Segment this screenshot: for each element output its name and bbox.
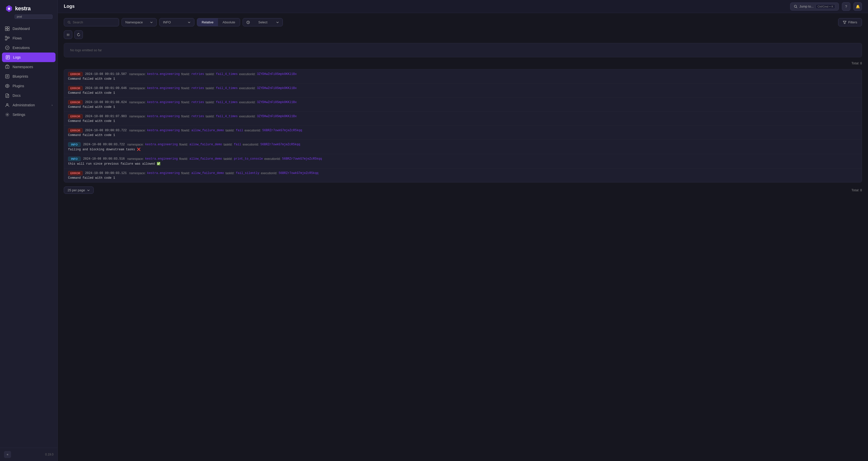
sidebar-item-namespaces-label: Namespaces xyxy=(12,65,33,69)
filters-label: Filters xyxy=(848,20,857,24)
namespace-dropdown[interactable]: Namespace xyxy=(122,18,157,26)
log-meta: namespace: kestra.engineering flowId: al… xyxy=(129,171,318,175)
level-dropdown[interactable]: INFO xyxy=(159,18,194,26)
svg-rect-6 xyxy=(7,29,9,31)
log-level-badge: ERROR xyxy=(68,72,83,77)
total-count-bottom: Total: 8 xyxy=(851,188,862,192)
administration-icon xyxy=(5,103,9,107)
per-page-label: 25 per page xyxy=(68,188,85,192)
svg-rect-3 xyxy=(5,27,7,28)
log-meta: namespace: kestra.engineering flowId: re… xyxy=(129,115,297,118)
svg-line-30 xyxy=(796,7,797,8)
select-dropdown[interactable]: Select xyxy=(243,18,283,26)
env-badge: prod xyxy=(14,15,53,19)
log-meta: namespace: kestra.engineering flowId: al… xyxy=(129,129,302,132)
second-toolbar xyxy=(64,30,862,39)
sidebar-item-flows-label: Flows xyxy=(12,36,22,40)
log-row: ERROR 2024-10-08 09:00:03.722 namespace:… xyxy=(64,126,862,140)
log-message: Command failed with code 1 xyxy=(68,119,858,123)
log-timestamp: 2024-10-08 09:01:08.624 xyxy=(85,100,127,104)
refresh-icon xyxy=(77,33,81,36)
svg-rect-4 xyxy=(7,27,9,28)
empty-log-message: No logs emitted so far xyxy=(70,48,102,52)
svg-marker-34 xyxy=(843,21,846,24)
log-message: Command failed with code 1 xyxy=(68,105,858,109)
log-meta: namespace: kestra.engineering flowId: re… xyxy=(129,73,297,76)
clock-icon xyxy=(246,21,250,24)
log-row-top-0: ERROR 2024-10-08 09:01:10.587 namespace:… xyxy=(68,72,858,77)
log-row: INFO 2024-10-08 09:00:03.516 namespace: … xyxy=(64,154,862,168)
sidebar-item-executions[interactable]: Executions xyxy=(0,43,58,53)
time-relative-button[interactable]: Relative xyxy=(197,18,218,26)
svg-point-24 xyxy=(7,85,8,87)
help-button[interactable]: ? xyxy=(842,2,850,11)
executions-icon xyxy=(5,46,9,50)
chevron-down-icon-3 xyxy=(276,21,279,24)
search-input[interactable] xyxy=(72,20,115,24)
logs-icon xyxy=(5,55,10,60)
log-timestamp: 2024-10-08 09:01:10.587 xyxy=(85,73,127,76)
log-timestamp: 2024-10-08 09:00:03.722 xyxy=(83,143,125,146)
search-icon xyxy=(794,5,798,8)
chevron-down-icon xyxy=(150,21,153,24)
per-page-dropdown[interactable]: 25 per page xyxy=(64,186,94,194)
time-absolute-button[interactable]: Absolute xyxy=(218,18,240,26)
docs-icon xyxy=(5,93,9,98)
log-meta: namespace: kestra.engineering flowId: al… xyxy=(127,157,322,161)
svg-rect-5 xyxy=(5,29,7,31)
log-meta: namespace: kestra.engineering flowId: re… xyxy=(129,100,297,104)
chevron-down-icon-4 xyxy=(87,189,90,192)
log-row-top-6: INFO 2024-10-08 09:00:03.516 namespace: … xyxy=(68,156,858,161)
time-toggle: Relative Absolute xyxy=(197,18,240,26)
search-input-icon xyxy=(68,21,70,24)
logo-area: kestra prod xyxy=(0,0,58,21)
sidebar-item-settings-label: Settings xyxy=(12,113,25,117)
administration-arrow-icon: › xyxy=(52,104,53,107)
sidebar-item-logs-label: Logs xyxy=(13,55,21,59)
collapse-sidebar-button[interactable]: « xyxy=(4,451,11,458)
log-meta: namespace: kestra.engineering flowId: re… xyxy=(129,86,297,90)
log-row-top-2: ERROR 2024-10-08 09:01:08.624 namespace:… xyxy=(68,100,858,105)
sidebar-item-plugins[interactable]: Plugins xyxy=(0,81,58,91)
log-message: Command failed with code 1 xyxy=(68,77,858,81)
log-row: ERROR 2024-10-08 09:01:09.646 namespace:… xyxy=(64,83,862,97)
sidebar-item-plugins-label: Plugins xyxy=(12,84,24,88)
search-box[interactable] xyxy=(64,18,119,26)
log-message: Command failed with code 1 xyxy=(68,91,858,95)
svg-line-11 xyxy=(7,38,8,40)
log-meta: namespace: kestra.engineering flowId: al… xyxy=(127,143,300,146)
sidebar-bottom: « 0.19.0 xyxy=(0,448,58,461)
log-row: ERROR 2024-10-08 09:00:03.121 namespace:… xyxy=(64,168,862,182)
log-row-top-7: ERROR 2024-10-08 09:00:03.121 namespace:… xyxy=(68,171,858,175)
log-message: Command failed with code 1 xyxy=(68,134,858,137)
sidebar-item-namespaces[interactable]: Namespaces xyxy=(0,62,58,71)
jump-to-button[interactable]: Jump to... Ctrl/Cmd + K xyxy=(790,2,839,10)
pause-button[interactable] xyxy=(64,30,72,39)
log-message: this will run since previous failure was… xyxy=(68,162,858,166)
logo: kestra xyxy=(5,4,53,12)
log-level-badge: INFO xyxy=(68,156,81,161)
svg-line-32 xyxy=(69,23,70,24)
notifications-button[interactable]: 🔔 xyxy=(854,2,862,11)
sidebar-item-dashboard[interactable]: Dashboard xyxy=(0,24,58,33)
sidebar-item-docs-label: Docs xyxy=(12,93,21,97)
log-level-badge: ERROR xyxy=(68,128,83,133)
filters-button[interactable]: Filters xyxy=(838,18,862,26)
log-timestamp: 2024-10-08 09:00:03.516 xyxy=(83,157,125,161)
chevron-down-icon-2 xyxy=(188,21,191,24)
sidebar-item-logs[interactable]: Logs xyxy=(2,53,56,62)
namespaces-icon xyxy=(5,65,9,69)
log-message: failing and blocking downstream tasks ❌ xyxy=(68,148,858,151)
sidebar-item-blueprints[interactable]: Blueprints xyxy=(0,71,58,81)
svg-rect-8 xyxy=(8,37,9,38)
refresh-button[interactable] xyxy=(74,30,83,39)
sidebar-item-administration[interactable]: Administration › xyxy=(0,100,58,110)
log-row-top-4: ERROR 2024-10-08 09:00:03.722 namespace:… xyxy=(68,128,858,133)
svg-rect-7 xyxy=(5,36,7,37)
sidebar-item-settings[interactable]: Settings xyxy=(0,110,58,119)
sidebar-nav: Dashboard Flows xyxy=(0,21,58,448)
svg-rect-9 xyxy=(5,39,7,40)
sidebar-item-flows[interactable]: Flows xyxy=(0,33,58,43)
sidebar-item-docs[interactable]: Docs xyxy=(0,91,58,100)
log-message: Command failed with code 1 xyxy=(68,176,858,180)
